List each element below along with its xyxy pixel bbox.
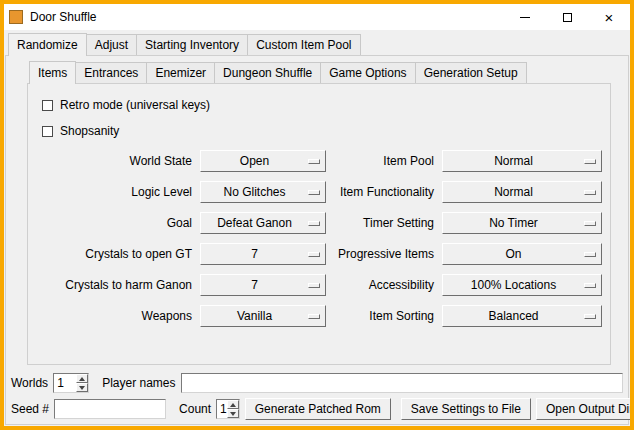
- count-spinbox[interactable]: 1: [216, 399, 240, 419]
- item-sorting-label: Item Sorting: [334, 309, 434, 323]
- dropdown-indicator-icon: [308, 314, 320, 319]
- dropdown-value: Normal: [443, 185, 584, 199]
- crystals-harm-ganon-label: Crystals to harm Ganon: [38, 278, 192, 292]
- world-state-label: World State: [38, 154, 192, 168]
- worlds-row: Worlds 1 Player names: [11, 372, 623, 394]
- dropdown-value: 7: [201, 247, 308, 261]
- dropdown-indicator-icon: [584, 221, 596, 226]
- dropdown-indicator-icon: [308, 252, 320, 257]
- logic-level-dropdown[interactable]: No Glitches: [200, 181, 326, 203]
- dropdown-value: 100% Locations: [443, 278, 584, 292]
- close-button[interactable]: ×: [588, 4, 630, 30]
- tab-entrances[interactable]: Entrances: [75, 62, 147, 83]
- weapons-label: Weapons: [38, 309, 192, 323]
- seed-label: Seed #: [11, 402, 49, 416]
- arrow-up-icon: [230, 403, 236, 407]
- worlds-value: 1: [54, 374, 76, 392]
- tab-items[interactable]: Items: [29, 61, 76, 84]
- timer-setting-dropdown[interactable]: No Timer: [442, 212, 602, 234]
- save-settings-button[interactable]: Save Settings to File: [401, 398, 531, 420]
- retro-mode-label: Retro mode (universal keys): [60, 98, 210, 112]
- minimize-icon: [520, 17, 530, 18]
- shopsanity-label: Shopsanity: [60, 124, 119, 138]
- dropdown-indicator-icon: [584, 252, 596, 257]
- worlds-spinbox[interactable]: 1: [53, 373, 89, 393]
- count-label: Count: [179, 402, 211, 416]
- seed-input[interactable]: [54, 399, 166, 419]
- spin-up-button[interactable]: [76, 374, 88, 383]
- items-tab-pane: Retro mode (universal keys) Shopsanity W…: [27, 83, 611, 365]
- dropdown-value: Defeat Ganon: [201, 216, 308, 230]
- generate-patched-rom-button[interactable]: Generate Patched Rom: [245, 398, 391, 420]
- arrow-down-icon: [230, 412, 236, 416]
- crystals-harm-ganon-dropdown[interactable]: 7: [200, 274, 326, 296]
- worlds-label: Worlds: [11, 376, 48, 390]
- tab-generation-setup[interactable]: Generation Setup: [415, 62, 527, 83]
- top-tabstrip: Randomize Adjust Starting Inventory Cust…: [4, 33, 630, 55]
- crystals-open-gt-label: Crystals to open GT: [38, 247, 192, 261]
- dropdown-value: No Timer: [443, 216, 584, 230]
- dropdown-value: Balanced: [443, 309, 584, 323]
- client-area: Randomize Adjust Starting Inventory Cust…: [4, 30, 630, 426]
- maximize-icon: [563, 13, 572, 22]
- minimize-button[interactable]: [504, 4, 546, 30]
- arrow-down-icon: [79, 386, 85, 390]
- progressive-items-dropdown[interactable]: On: [442, 243, 602, 265]
- spin-up-button[interactable]: [227, 400, 239, 409]
- item-functionality-label: Item Functionality: [334, 185, 434, 199]
- tab-custom-item-pool[interactable]: Custom Item Pool: [247, 34, 360, 55]
- dropdown-value: On: [443, 247, 584, 261]
- bottom-controls: Worlds 1 Player names Seed # Count: [6, 369, 628, 424]
- open-output-directory-button[interactable]: Open Output Directory: [536, 398, 630, 420]
- tab-adjust[interactable]: Adjust: [86, 34, 137, 55]
- seed-row: Seed # Count 1 Generate Patched Rom Save…: [11, 398, 623, 420]
- dropdown-indicator-icon: [308, 283, 320, 288]
- close-icon: ×: [605, 10, 614, 25]
- weapons-dropdown[interactable]: Vanilla: [200, 305, 326, 327]
- dropdown-indicator-icon: [308, 190, 320, 195]
- accessibility-dropdown[interactable]: 100% Locations: [442, 274, 602, 296]
- checkbox-icon: [42, 100, 53, 111]
- item-sorting-dropdown[interactable]: Balanced: [442, 305, 602, 327]
- dropdown-value: No Glitches: [201, 185, 308, 199]
- player-names-input[interactable]: [181, 373, 624, 393]
- randomize-tab-pane: Items Entrances Enemizer Dungeon Shuffle…: [5, 55, 629, 425]
- window-controls: ×: [504, 4, 630, 30]
- arrow-up-icon: [79, 377, 85, 381]
- dropdown-indicator-icon: [584, 159, 596, 164]
- titlebar: Door Shuffle ×: [4, 4, 630, 30]
- shopsanity-checkbox[interactable]: Shopsanity: [42, 124, 610, 138]
- goal-label: Goal: [38, 216, 192, 230]
- retro-mode-checkbox[interactable]: Retro mode (universal keys): [42, 98, 610, 112]
- dropdown-indicator-icon: [584, 314, 596, 319]
- spinner-arrows: [227, 400, 239, 418]
- app-icon: [9, 10, 23, 24]
- tab-enemizer[interactable]: Enemizer: [146, 62, 215, 83]
- dropdown-indicator-icon: [308, 159, 320, 164]
- dropdown-value: Vanilla: [201, 309, 308, 323]
- world-state-dropdown[interactable]: Open: [200, 150, 326, 172]
- dropdown-indicator-icon: [308, 221, 320, 226]
- progressive-items-label: Progressive Items: [334, 247, 434, 261]
- goal-dropdown[interactable]: Defeat Ganon: [200, 212, 326, 234]
- window-title: Door Shuffle: [30, 10, 97, 24]
- spinner-arrows: [76, 374, 88, 392]
- crystals-open-gt-dropdown[interactable]: 7: [200, 243, 326, 265]
- logic-level-label: Logic Level: [38, 185, 192, 199]
- spin-down-button[interactable]: [227, 409, 239, 418]
- item-functionality-dropdown[interactable]: Normal: [442, 181, 602, 203]
- timer-setting-label: Timer Setting: [334, 216, 434, 230]
- tab-game-options[interactable]: Game Options: [320, 62, 415, 83]
- tab-randomize[interactable]: Randomize: [8, 33, 87, 56]
- tab-starting-inventory[interactable]: Starting Inventory: [136, 34, 248, 55]
- count-value: 1: [217, 400, 227, 418]
- inner-tabstrip: Items Entrances Enemizer Dungeon Shuffle…: [6, 61, 628, 83]
- dropdown-value: Normal: [443, 154, 584, 168]
- accessibility-label: Accessibility: [334, 278, 434, 292]
- item-pool-dropdown[interactable]: Normal: [442, 150, 602, 172]
- maximize-button[interactable]: [546, 4, 588, 30]
- dropdown-value: 7: [201, 278, 308, 292]
- spin-down-button[interactable]: [76, 383, 88, 392]
- player-names-label: Player names: [102, 376, 175, 390]
- tab-dungeon-shuffle[interactable]: Dungeon Shuffle: [214, 62, 321, 83]
